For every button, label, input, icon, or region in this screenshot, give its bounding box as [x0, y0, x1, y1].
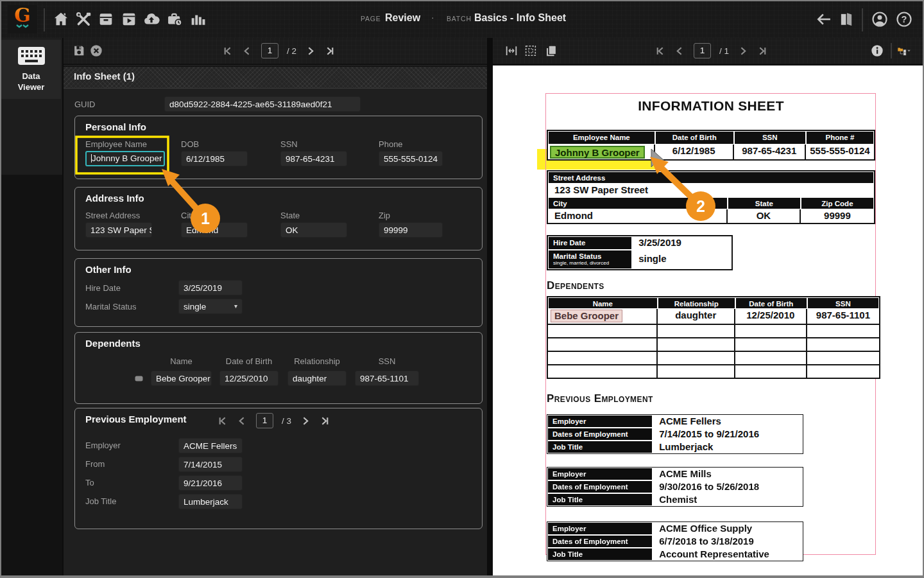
doc-emp-value: Chemist — [653, 493, 803, 506]
dob-label: DOB — [181, 139, 199, 149]
grooper-logo[interactable]: G — [8, 5, 37, 33]
col-header-dob: Date of Birth — [219, 356, 278, 366]
from-label: From — [85, 459, 105, 469]
doc-employment-block-3: EmployerACME Office Supply Dates of Empl… — [547, 521, 803, 561]
form-toolbar: 1 / 2 — [64, 38, 487, 65]
doc-header-city: City — [548, 197, 728, 209]
panel-divider — [487, 38, 493, 578]
dependent-name-input[interactable]: Bebe Grooper — [151, 371, 212, 386]
doc-header-dob: Date of Birth — [655, 131, 734, 144]
first-page-icon[interactable] — [218, 416, 228, 426]
doc-cell-dob: 6/12/1985 — [655, 144, 734, 159]
marital-status-select[interactable]: ▾ single — [178, 299, 243, 314]
to-input[interactable]: 9/21/2016 — [178, 475, 243, 491]
top-bar: G — [1, 1, 923, 39]
last-page-icon[interactable] — [324, 46, 335, 57]
doc-hire-table: Hire Date 3/25/2019 Marital Status singl… — [547, 235, 733, 270]
view-options-icon[interactable] — [897, 44, 919, 58]
import-icon[interactable] — [142, 10, 160, 28]
doc-emp-value: Account Representative — [653, 548, 803, 561]
batches-icon[interactable] — [97, 10, 115, 28]
page-number-input[interactable]: 1 — [261, 43, 278, 58]
doc-address-table: Street Address 123 SW Paper Street City … — [547, 170, 875, 224]
user-icon[interactable] — [871, 10, 889, 28]
employee-name-input[interactable]: Johnny B Grooper — [85, 151, 165, 166]
fit-width-icon[interactable] — [504, 44, 518, 58]
sidebar-item-label-line2: Viewer — [18, 82, 45, 92]
to-label: To — [85, 478, 94, 487]
doc-dep-header-ssn: SSN — [807, 297, 879, 309]
employer-input[interactable]: ACME Fellers — [178, 438, 243, 453]
doc-emp-value: 6/7/2018 to 3/18/2019 — [653, 535, 803, 548]
prev-page-icon[interactable] — [237, 416, 248, 426]
next-page-icon[interactable] — [305, 46, 316, 57]
doc-dep-cell-name: Bebe Grooper — [548, 309, 658, 324]
hire-date-label: Hire Date — [85, 283, 121, 293]
address-info-section: Address Info Street Address 123 SW Paper… — [74, 187, 483, 250]
dependent-dob-input[interactable]: 12/25/2010 — [219, 371, 278, 386]
tools-icon[interactable] — [74, 10, 92, 28]
prev-page-icon[interactable] — [242, 46, 253, 57]
section-title: Dependents — [85, 338, 141, 349]
state-input[interactable]: OK — [280, 222, 347, 238]
doc-employment-block-2: EmployerACME Mills Dates of Employment9/… — [547, 467, 803, 507]
doc-personal-table: Employee Name Date of Birth SSN Phone # … — [547, 130, 875, 161]
doc-cell-state: OK — [728, 209, 801, 223]
dependents-section: Dependents Name Date of Birth Relationsh… — [74, 332, 483, 404]
document-viewer[interactable]: INFORMATION SHEET Employee Name Date of … — [493, 66, 924, 577]
save-icon[interactable] — [72, 44, 86, 58]
jobs-icon[interactable] — [166, 10, 184, 28]
batch-value: Basics - Info Sheet — [474, 12, 566, 24]
exit-icon[interactable] — [837, 10, 855, 28]
guid-value[interactable]: d80d5922-2884-4225-ae65-31189aed0f21 — [164, 96, 361, 112]
ssn-input[interactable]: 987-65-4231 — [280, 151, 347, 166]
doc-emp-value: Lumberjack — [653, 441, 803, 453]
hire-date-input[interactable]: 3/25/2019 — [178, 280, 243, 295]
dependent-relationship-input[interactable]: daughter — [287, 371, 346, 386]
chevron-down-icon: ▾ — [234, 299, 237, 313]
pages-icon[interactable] — [544, 44, 558, 58]
employment-pager: 1 / 3 — [218, 413, 330, 428]
sidebar-item-data-viewer[interactable]: Data Viewer — [1, 40, 61, 99]
doc-emp-label: Job Title — [547, 548, 653, 561]
other-info-section: Other Info Hire Date 3/25/2019 Marital S… — [74, 258, 483, 327]
select-region-icon[interactable] — [524, 44, 538, 58]
first-page-icon[interactable] — [223, 46, 234, 57]
last-page-icon[interactable] — [757, 46, 767, 57]
ssn-label: SSN — [280, 139, 298, 149]
stats-icon[interactable] — [189, 10, 207, 28]
doc-emp-label: Job Title — [547, 493, 653, 506]
next-page-icon[interactable] — [737, 46, 748, 57]
zip-input[interactable]: 99999 — [379, 222, 443, 238]
from-input[interactable]: 7/14/2015 — [178, 457, 243, 472]
first-page-icon[interactable] — [655, 46, 666, 57]
help-icon[interactable]: ? — [895, 10, 913, 28]
back-arrow-icon[interactable] — [815, 10, 833, 28]
street-label: Street Address — [85, 211, 140, 220]
last-page-icon[interactable] — [319, 416, 330, 426]
dependent-ssn-input[interactable]: 987-65-1101 — [355, 371, 419, 386]
doc-dep-header-dob: Date of Birth — [735, 297, 807, 309]
phone-input[interactable]: 555-555-0124 — [379, 151, 443, 166]
doc-dep-cell-dob: 12/25/2010 — [735, 309, 807, 324]
job-title-input[interactable]: Lumberjack — [178, 494, 243, 509]
cancel-icon[interactable] — [89, 44, 103, 58]
page-count: / 1 — [719, 46, 729, 56]
marital-status-label: Marital Status — [85, 302, 136, 311]
row-selector-icon[interactable] — [135, 376, 143, 381]
doc-header-hire-date: Hire Date — [548, 236, 632, 250]
grooper-g: G — [14, 4, 31, 26]
batch-process-icon[interactable] — [120, 10, 138, 28]
next-page-icon[interactable] — [300, 416, 311, 426]
dob-input[interactable]: 6/12/1985 — [181, 151, 248, 166]
prev-page-icon[interactable] — [674, 46, 685, 57]
doc-cell-hire-date: 3/25/2019 — [632, 236, 732, 250]
page-number-input[interactable]: 1 — [694, 43, 711, 58]
street-input[interactable]: 123 SW Paper Street — [85, 222, 152, 238]
doc-header-marital: Marital Status single, married, divorced — [548, 250, 632, 269]
doc-header-phone: Phone # — [806, 131, 874, 144]
page-number-input[interactable]: 1 — [256, 413, 273, 428]
info-icon[interactable] — [870, 44, 884, 58]
home-icon[interactable] — [52, 10, 70, 28]
city-input[interactable]: Edmond — [181, 222, 248, 238]
